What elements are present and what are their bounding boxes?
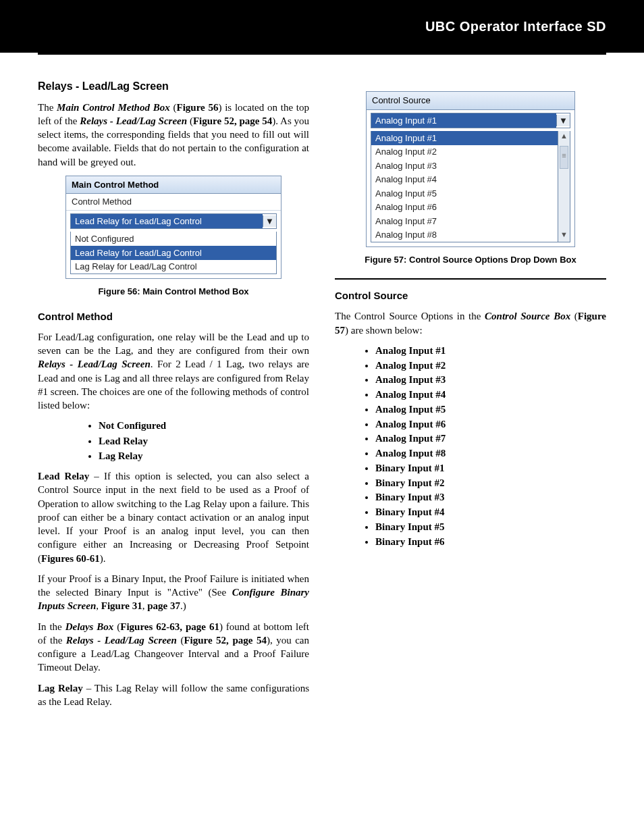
scroll-down-icon[interactable]: ▼ — [558, 231, 570, 240]
list-item[interactable]: Analog Input #4 — [371, 173, 558, 187]
page-title: UBC Operator Interface SD — [425, 18, 606, 36]
left-column: Relays - Lead/Lag Screen The Main Contro… — [38, 70, 309, 715]
list-item[interactable]: Analog Input #8 — [371, 228, 558, 242]
list-item: Analog Input #5 — [375, 402, 606, 416]
list-item[interactable]: Lead Relay for Lead/Lag Control — [71, 246, 276, 260]
content: Relays - Lead/Lag Screen The Main Contro… — [0, 55, 644, 742]
page-header: UBC Operator Interface SD — [0, 0, 644, 53]
subheading: Control Method — [38, 310, 309, 323]
rule — [335, 278, 606, 280]
select-value: Analog Input #1 — [371, 113, 556, 128]
list-item: Analog Input #7 — [375, 432, 606, 445]
para: If your Proof is a Binary Input, the Pro… — [38, 572, 309, 613]
control-method-list: Not Configured Lead Relay Lag Relay — [99, 419, 309, 463]
chevron-down-icon[interactable]: ▼ — [556, 115, 570, 127]
ui-title: Control Source — [367, 92, 574, 110]
ui-subtitle: Control Method — [66, 194, 281, 211]
list-item[interactable]: Analog Input #5 — [371, 186, 558, 201]
list-item: Analog Input #1 — [375, 344, 606, 357]
list-item[interactable]: Analog Input #2 — [371, 145, 558, 159]
list-item: Lead Relay — [99, 434, 309, 448]
control-source-options[interactable]: Analog Input #1 Analog Input #2 Analog I… — [371, 131, 570, 242]
scroll-thumb[interactable] — [560, 146, 568, 169]
list-item: Analog Input #2 — [375, 359, 606, 372]
list-item: Not Configured — [99, 419, 309, 432]
list-item[interactable]: Analog Input #1 — [371, 131, 558, 145]
list-item[interactable]: Lag Relay for Lead/Lag Control — [71, 260, 276, 274]
chevron-down-icon[interactable]: ▼ — [263, 215, 276, 228]
list-item: Analog Input #8 — [375, 446, 606, 460]
para: The Control Source Options in the Contro… — [335, 309, 606, 337]
right-column: Control Source Analog Input #1 ▼ Analog … — [335, 70, 606, 715]
list-item: Lag Relay — [99, 449, 309, 463]
main-control-method-box: Main Control Method Control Method Lead … — [65, 176, 281, 279]
list-item[interactable]: Analog Input #6 — [371, 201, 558, 215]
para: Lag Relay – This Lag Relay will follow t… — [38, 681, 309, 709]
list-item: Binary Input #1 — [375, 461, 606, 475]
list-item: Binary Input #3 — [375, 490, 606, 504]
subheading: Control Source — [335, 289, 606, 303]
para: Lead Relay – If this option is selected,… — [38, 469, 309, 565]
control-source-list: Analog Input #1 Analog Input #2 Analog I… — [375, 344, 606, 548]
control-method-options[interactable]: Not Configured Lead Relay for Lead/Lag C… — [70, 232, 277, 274]
figure-label: Figure 56: Main Control Method Box — [38, 286, 309, 298]
list-item: Binary Input #6 — [375, 535, 606, 548]
para: For Lead/Lag configuration, one relay wi… — [38, 330, 309, 413]
ui-title: Main Control Method — [66, 176, 281, 194]
control-method-select[interactable]: Lead Relay for Lead/Lag Control ▼ — [70, 213, 277, 230]
section-title: Relays - Lead/Lag Screen — [38, 79, 309, 94]
figure-label: Figure 57: Control Source Options Drop D… — [335, 254, 606, 266]
control-source-select[interactable]: Analog Input #1 ▼ — [371, 113, 570, 129]
select-value: Lead Relay for Lead/Lag Control — [71, 214, 263, 229]
para: In the Delays Box (Figures 62-63, page 6… — [38, 620, 309, 675]
list-item: Analog Input #4 — [375, 388, 606, 401]
control-source-box: Control Source Analog Input #1 ▼ Analog … — [366, 91, 575, 247]
list-item: Binary Input #5 — [375, 520, 606, 533]
list-item[interactable]: Not Configured — [71, 232, 276, 246]
list-item[interactable]: Analog Input #7 — [371, 214, 558, 228]
list-item: Binary Input #2 — [375, 476, 606, 490]
list-item[interactable]: Analog Input #3 — [371, 159, 558, 173]
list-item: Analog Input #6 — [375, 417, 606, 431]
scroll-track[interactable] — [558, 142, 570, 231]
intro-para: The Main Control Method Box (Figure 56) … — [38, 101, 309, 169]
list-item: Analog Input #3 — [375, 373, 606, 386]
scrollbar[interactable]: ▲ ▼ — [558, 131, 570, 242]
list-item: Binary Input #4 — [375, 505, 606, 519]
scroll-up-icon[interactable]: ▲ — [558, 132, 570, 142]
